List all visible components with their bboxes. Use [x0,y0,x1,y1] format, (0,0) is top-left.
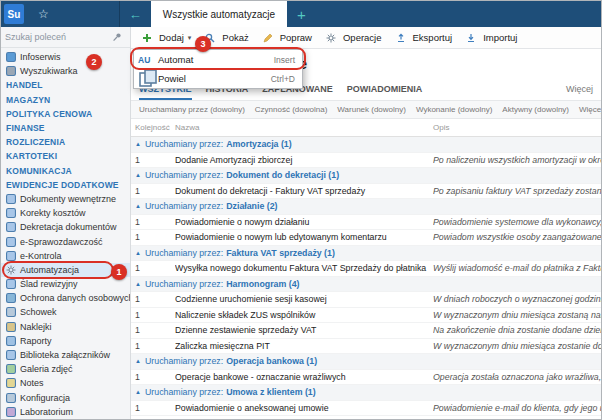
cell-desc: W dniach roboczych o wyznaczonej godzini… [433,294,601,304]
table-row[interactable]: 1Dodanie Amortyzacji zbiorczejPo nalicze… [131,153,601,169]
group-row[interactable]: ▲Uruchamiany przez:Działanie (2) [131,199,601,215]
sidebar-item-ślad-rewizyjny[interactable]: Ślad rewizyjny [1,277,130,291]
sidebar-item-galeria-zdjęć[interactable]: Galeria zdjęć [1,362,130,376]
sidebar-item-label: Dekretacja dokumentów [20,222,117,232]
filters-more-button[interactable]: Więcej [579,105,601,114]
cell-desc: W wyznaczonym dniu miesiąca zostaną nali… [433,310,601,320]
table-row[interactable]: 1Wysyłka nowego dokumentu Faktura VAT Sp… [131,261,601,277]
cell-order: 1 [135,217,175,227]
cell-order: 1 [135,232,175,242]
group-row[interactable]: ▲Uruchamiany przez:Faktura VAT sprzedaży… [131,246,601,262]
active-tab[interactable]: Wszystkie automatyzacje [151,1,287,27]
menu-item-automat[interactable]: AUAutomatInsert [134,50,302,69]
sidebar-item-komunikacja[interactable]: KOMUNIKACJA [1,164,130,178]
cell-order: 1 [135,341,175,351]
sidebar-item-korekty-kosztów[interactable]: Korekty kosztów [1,206,130,220]
filter-4[interactable]: Aktywny (dowolny) [502,105,569,114]
menu-item-shortcut: Ctrl+D [271,74,295,84]
cell-order: 1 [135,310,175,320]
label-icon [6,322,16,332]
sidebar-item-ewidencje-dodatkowe[interactable]: EWIDENCJE DODATKOWE [1,178,130,192]
toolbar-button-label: Pokaż [222,32,248,43]
sidebar-item-raporty[interactable]: Raporty [1,334,130,348]
sidebar-item-ochrona-danych-osobowych[interactable]: Ochrona danych osobowych [1,291,130,305]
pin-icon[interactable] [112,32,122,42]
cell-desc: Powiadomienie e-mail do klienta, gdy jeg… [433,403,601,413]
sidebar-item-notes[interactable]: Notes [1,376,130,390]
group-row[interactable]: ▲Uruchamiany przez:Umowa z klientem (1) [131,385,601,401]
annotation-step-2: 2 [86,54,102,70]
app-logo[interactable]: Su [4,4,24,24]
new-tab-button[interactable]: + [287,1,316,27]
group-value: Umowa z klientem (1) [226,387,315,397]
sidebar-item-handel[interactable]: HANDEL [1,78,130,92]
sidebar-item-polityka-cenowa[interactable]: POLITYKA CENOWA [1,107,130,121]
table-row[interactable]: 1Dzienne zestawienie sprzedaży VATNa zak… [131,323,601,339]
sidebar-item-label: Dokumenty wewnętrzne [20,194,116,204]
cell-desc: W wyznaczonym dniu miesiąca zostanie dod… [433,341,601,351]
toolbar-operacje-button[interactable]: Operacje [319,27,389,48]
filter-0[interactable]: Uruchamiany przez (dowolny) [139,105,245,114]
tabs-more-button[interactable]: Więcej [566,84,593,100]
sidebar-item-kartoteki[interactable]: KARTOTEKI [1,149,130,163]
sidebar-item-wyszukiwarka[interactable]: Wyszukiwarka [1,64,130,78]
cell-name: Dokument do dekretacji - Faktury VAT spr… [175,186,433,196]
table-row[interactable]: 1Codzienne uruchomienie sesji kasowejW d… [131,292,601,308]
filter-2[interactable]: Warunek (dowolny) [337,105,406,114]
sidebar-item-naklejki[interactable]: Naklejki [1,320,130,334]
info-icon [6,52,16,62]
table-row[interactable]: 1Powiadomienie o aneksowanej umowiePowia… [131,401,601,417]
sidebar-item-label: Wyszukiwarka [20,66,77,76]
cell-name: Powiadomienie o aneksowanej umowie [175,403,433,413]
report-icon [6,336,16,346]
sidebar-item-schowek[interactable]: Schowek [1,305,130,319]
search-input[interactable] [5,32,112,42]
sidebar-item-dokumenty-wewnętrzne[interactable]: Dokumenty wewnętrzne [1,192,130,206]
sidebar-item-rozliczenia[interactable]: ROZLICZENIA [1,135,130,149]
app-window: Su ☆ ← Wszystkie automatyzacje + Infoser… [0,0,602,420]
column-header-desc[interactable]: Opis [433,123,601,132]
table-row[interactable]: 1Powiadomienie o nowym działaniuPowiadom… [131,215,601,231]
sidebar-item-label: Galeria zdjęć [20,364,73,374]
table-row[interactable]: 1Naliczenie składek ZUS wspólnikówW wyzn… [131,308,601,324]
column-header-order[interactable]: Kolejność [135,123,175,132]
toolbar-dodaj-button[interactable]: Dodaj▾ [135,27,198,48]
menu-item-powiel[interactable]: PowielCtrl+D [134,69,302,88]
toolbar-importuj-button[interactable]: Importuj [459,27,524,48]
sidebar-item-infoserwis[interactable]: Infoserwis [1,50,130,64]
export-icon [396,33,406,43]
sidebar-item-laboratorium[interactable]: Laboratorium [1,405,130,419]
group-row[interactable]: ▲Uruchamiany przez:Amortyzacja (1) [131,137,601,153]
sidebar-item-biblioteka-załączników[interactable]: Biblioteka załączników [1,348,130,362]
group-row[interactable]: ▲Uruchamiany przez:Harmonogram (4) [131,277,601,293]
column-header-name[interactable]: Nazwa [175,123,433,132]
sidebar-item-label: Korekty kosztów [20,208,86,218]
collapse-triangle-icon: ▲ [135,250,141,256]
filter-3[interactable]: Wykonanie (dowolny) [416,105,492,114]
sidebar-item-dekretacja-dokumentów[interactable]: Dekretacja dokumentów [1,220,130,234]
sidebar-item-finanse[interactable]: FINANSE [1,121,130,135]
favorites-star-icon[interactable]: ☆ [32,1,55,27]
table-row[interactable]: 1Operacje bankowe - oznaczanie wrażliwyc… [131,370,601,386]
tab-powiadomienia[interactable]: POWIADOMIENIA [347,84,423,100]
filter-1[interactable]: Czynność (dowolna) [255,105,327,114]
group-row[interactable]: ▲Uruchamiany przez:Operacja bankowa (1) [131,354,601,370]
annotation-step-3: 3 [195,36,211,52]
toolbar-popraw-button[interactable]: Popraw [256,27,319,48]
sidebar-item-magazyn[interactable]: MAGAZYN [1,93,130,107]
cell-order: 1 [135,263,175,273]
group-row[interactable]: ▲Uruchamiany przez:Dokument do dekretacj… [131,168,601,184]
toolbar-eksportuj-button[interactable]: Eksportuj [389,27,460,48]
cell-desc: Na zakończenie dnia zostanie dodane dzie… [433,325,601,335]
sidebar-item-label: FINANSE [6,123,45,133]
table-row[interactable]: 1Zaliczka miesięczna PITW wyznaczonym dn… [131,339,601,355]
sidebar-item-konfiguracja[interactable]: Konfiguracja [1,391,130,405]
sidebar-item-e-kontrola[interactable]: e-Kontrola [1,249,130,263]
table-row[interactable]: 1Dokument do dekretacji - Faktury VAT sp… [131,184,601,200]
sidebar-item-label: Infoserwis [20,52,61,62]
back-arrow-button[interactable]: ← [119,1,151,27]
collapse-triangle-icon: ▲ [135,358,141,364]
table-row[interactable]: 1Powiadomienie o nowym lub edytowanym ko… [131,230,601,246]
sidebar-item-e-sprawozdawczość[interactable]: e-Sprawozdawczość [1,234,130,248]
cell-name: Powiadomienie o nowym lub edytowanym kom… [175,232,433,242]
